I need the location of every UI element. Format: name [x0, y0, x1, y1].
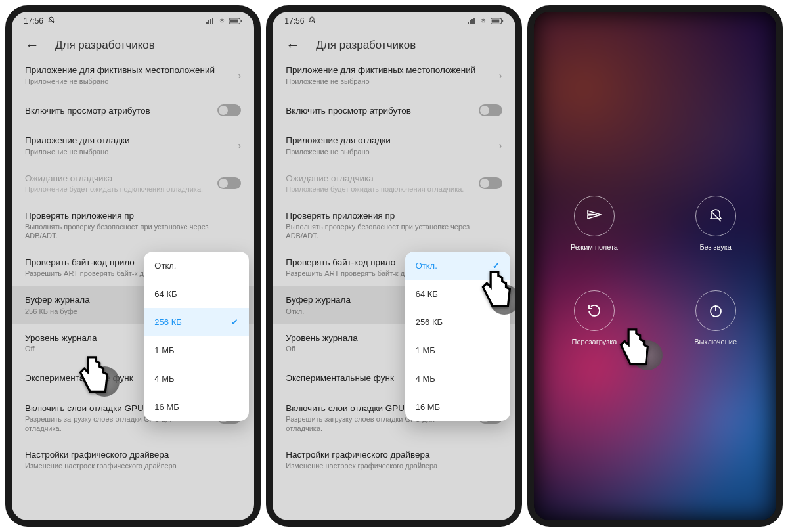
toggle-switch — [479, 177, 502, 189]
row-verify-apps[interactable]: Проверять приложения прВыполнять проверк… — [25, 202, 241, 249]
page-title: Для разработчиков — [316, 39, 416, 52]
svg-rect-4 — [491, 20, 499, 23]
row-mock-location[interactable]: Приложение для фиктивных местоположенийП… — [25, 56, 241, 94]
popup-option[interactable]: 4 МБ — [405, 365, 510, 393]
status-icons — [467, 18, 504, 24]
dnd-icon — [308, 16, 316, 26]
row-wait-debugger: Ожидание отладчикаПриложение будет ожида… — [286, 165, 502, 202]
popup-option[interactable]: 64 КБ — [144, 280, 249, 308]
dnd-icon — [47, 16, 55, 26]
shutdown-label: Выключение — [694, 338, 737, 345]
row-verify-apps[interactable]: Проверять приложения прВыполнять проверк… — [286, 202, 502, 249]
airplane-label: Режим полета — [571, 243, 618, 251]
chevron-right-icon: › — [238, 140, 241, 152]
toggle-switch[interactable] — [217, 104, 241, 116]
row-wait-debugger: Ожидание отладчикаПриложение будет ожида… — [25, 165, 241, 202]
row-view-attrs[interactable]: Включить просмотр атрибутов — [25, 94, 241, 127]
popup-option[interactable]: 4 МБ — [144, 365, 249, 393]
phone-1: 17:56 ← Для разработчиков Приложение для… — [5, 5, 261, 527]
shutdown-button[interactable]: Выключение — [694, 290, 737, 345]
row-gpu-driver[interactable]: Настройки графического драйвераИзменение… — [25, 441, 241, 479]
row-mock-location[interactable]: Приложение для фиктивных местоположенийП… — [286, 56, 502, 94]
buffer-size-popup[interactable]: Откл.✓ 64 КБ 256 КБ 1 МБ 4 МБ 16 МБ — [405, 252, 510, 421]
svg-rect-2 — [241, 20, 242, 22]
silent-label: Без звука — [699, 243, 732, 251]
cursor-badge — [489, 284, 519, 315]
airplane-mode-button[interactable]: Режим полета — [571, 196, 618, 251]
popup-option-selected[interactable]: Откл.✓ — [405, 252, 510, 280]
chevron-right-icon: › — [498, 70, 502, 81]
statusbar: 17:56 — [273, 12, 515, 30]
row-debug-app[interactable]: Приложение для отладкиПриложение не выбр… — [25, 127, 241, 164]
status-time: 17:56 — [284, 16, 304, 26]
row-debug-app[interactable]: Приложение для отладкиПриложение не выбр… — [286, 127, 502, 164]
check-icon: ✓ — [492, 261, 500, 271]
popup-option[interactable]: 16 МБ — [405, 393, 510, 421]
silent-mode-button[interactable]: Без звука — [695, 196, 736, 251]
statusbar: 17:56 — [12, 12, 254, 30]
svg-rect-1 — [230, 20, 238, 23]
svg-rect-5 — [502, 20, 503, 22]
popup-option-selected[interactable]: 256 КБ✓ — [144, 308, 249, 336]
back-icon[interactable]: ← — [286, 38, 300, 53]
chevron-right-icon: › — [238, 70, 241, 81]
toggle-switch — [217, 177, 241, 189]
check-icon: ✓ — [231, 317, 238, 327]
status-icons — [206, 18, 242, 24]
cursor-badge — [632, 340, 663, 370]
status-time: 17:56 — [24, 16, 43, 26]
power-menu: Режим полета Без звука Перезагрузка Выкл… — [534, 196, 776, 345]
phone-3-power-menu: Режим полета Без звука Перезагрузка Выкл… — [527, 5, 783, 527]
popup-option[interactable]: 256 КБ — [405, 308, 510, 336]
page-title: Для разработчиков — [55, 39, 155, 52]
popup-option[interactable]: 1 МБ — [405, 336, 510, 365]
row-gpu-driver[interactable]: Настройки графического драйвераИзменение… — [286, 441, 502, 479]
buffer-size-popup[interactable]: Откл. 64 КБ 256 КБ✓ 1 МБ 4 МБ 16 МБ — [144, 252, 249, 421]
toggle-switch[interactable] — [479, 104, 502, 116]
header: ← Для разработчиков — [273, 30, 515, 56]
popup-option[interactable]: Откл. — [144, 252, 249, 280]
row-view-attrs[interactable]: Включить просмотр атрибутов — [286, 94, 502, 127]
back-icon[interactable]: ← — [25, 38, 39, 53]
popup-option[interactable]: 16 МБ — [144, 393, 249, 421]
reboot-button[interactable]: Перезагрузка — [572, 290, 617, 345]
reboot-label: Перезагрузка — [572, 338, 617, 345]
chevron-right-icon: › — [498, 140, 502, 152]
phone-2: 17:56 ← Для разработчиков Приложение для… — [266, 5, 521, 527]
popup-option[interactable]: 1 МБ — [144, 336, 249, 365]
header: ← Для разработчиков — [12, 30, 254, 56]
cursor-badge — [89, 366, 120, 397]
